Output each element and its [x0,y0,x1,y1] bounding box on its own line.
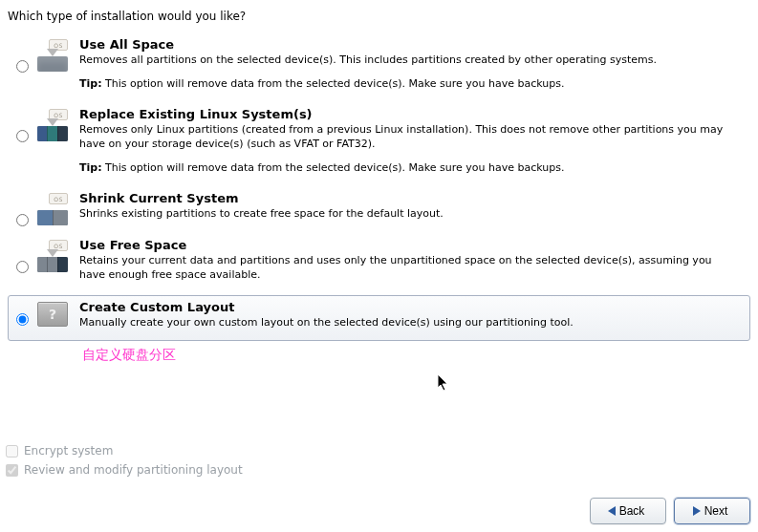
option-use-free-space[interactable]: OS Use Free Space Retains your current d… [8,233,750,295]
install-type-prompt: Which type of installation would you lik… [8,10,750,23]
option-title: Shrink Current System [79,191,740,205]
next-button-label: Next [704,504,728,518]
radio-create-custom-layout[interactable] [16,313,29,326]
mouse-cursor-icon [438,374,449,392]
encrypt-system-label: Encrypt system [24,444,113,458]
option-tip: Tip: This option will remove data from t… [79,77,740,90]
option-desc: Shrinks existing partitions to create fr… [79,207,740,222]
review-layout-checkbox[interactable] [6,464,18,477]
svg-marker-0 [438,374,447,391]
radio-replace-existing-linux[interactable] [16,130,29,142]
drive-icon: OS [32,238,74,272]
encrypt-system-checkbox[interactable] [6,445,18,458]
drive-icon: OS [32,107,74,141]
option-use-all-space[interactable]: OS Use All Space Removes all partitions … [8,32,750,102]
annotation-custom-partition: 自定义硬盘分区 [82,347,750,364]
option-desc: Removes all partitions on the selected d… [79,53,740,68]
option-title: Replace Existing Linux System(s) [79,107,740,121]
option-desc: Manually create your own custom layout o… [79,316,740,330]
back-button-label: Back [619,504,645,518]
arrow-right-icon [693,506,701,516]
arrow-left-icon [608,506,616,516]
drive-icon: OS [32,37,74,72]
option-shrink-current-system[interactable]: OS Shrink Current System Shrinks existin… [8,186,750,234]
option-desc: Removes only Linux partitions (created f… [79,123,740,152]
radio-shrink-current-system[interactable] [16,214,29,226]
install-type-options: OS Use All Space Removes all partitions … [8,32,750,341]
option-tip: Tip: This option will remove data from t… [79,161,740,174]
option-replace-existing-linux[interactable]: OS Replace Existing Linux System(s) Remo… [8,102,750,186]
radio-use-free-space[interactable] [16,261,29,273]
review-layout-row[interactable]: Review and modify partitioning layout [6,463,243,477]
option-title: Use Free Space [79,238,740,252]
back-button[interactable]: Back [590,498,666,524]
option-create-custom-layout[interactable]: ? Create Custom Layout Manually create y… [8,295,750,341]
encrypt-system-row[interactable]: Encrypt system [6,444,243,458]
radio-use-all-space[interactable] [16,60,29,73]
review-layout-label: Review and modify partitioning layout [24,463,243,477]
drive-icon: OS [32,191,74,225]
next-button[interactable]: Next [674,498,750,524]
question-icon: ? [32,300,74,327]
option-title: Create Custom Layout [79,300,740,314]
option-desc: Retains your current data and partitions… [79,254,740,283]
option-title: Use All Space [79,37,740,52]
